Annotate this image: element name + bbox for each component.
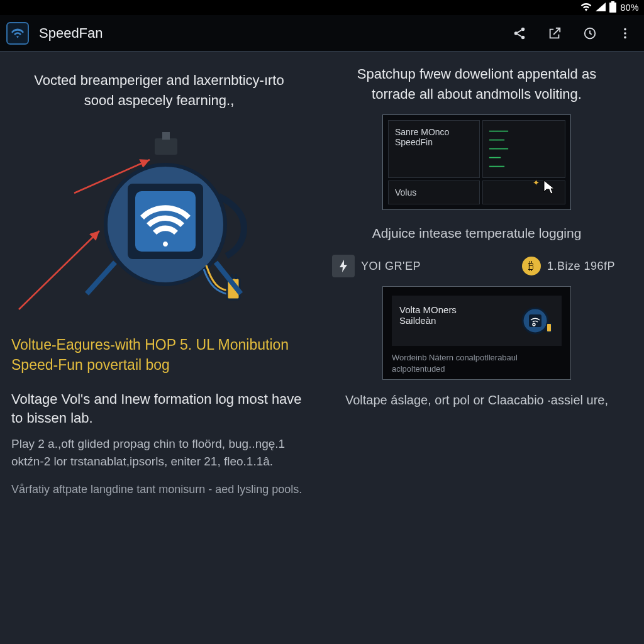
cursor-icon (542, 179, 556, 197)
svg-point-6 (624, 32, 626, 35)
system-status-bar: 80% (0, 0, 644, 15)
stat-a-label: YOI GR'EP (361, 260, 421, 273)
svg-rect-11 (155, 138, 177, 155)
bolt-icon (332, 255, 355, 277)
coin-icon: ₿ (522, 257, 541, 275)
cell-signal-icon (596, 3, 606, 13)
battery-percent: 80% (620, 3, 639, 13)
stat-b-label: 1.Bize 196fP (547, 260, 615, 273)
battery-icon (609, 1, 616, 14)
preview-label-3: Volus (395, 187, 473, 197)
secondary-card[interactable]: Volta MOners Saildeàn Wordeinb Nátern co… (382, 286, 571, 380)
svg-point-5 (624, 28, 626, 30)
app-bar: SpeedFan (0, 15, 644, 52)
app-icon[interactable] (6, 22, 29, 45)
feature-heading-a: Voltue-Eagures-with (11, 336, 145, 353)
wifi-icon (580, 3, 592, 13)
app-title: SpeedFan (39, 25, 512, 42)
device-illustration (11, 121, 307, 316)
svg-rect-0 (611, 4, 616, 11)
preview-label-1: Sanre MOnco (395, 127, 473, 137)
svg-point-7 (624, 36, 626, 38)
secondary-caption: Voltape áslage, ort pol or Claacabio ·as… (338, 391, 615, 409)
share-icon[interactable] (512, 26, 527, 41)
preview-card[interactable]: Sanre MOnco SpeedFin ━━━━━━━━━━━━━━━━━━━… (382, 114, 571, 210)
stats-row: YOI GR'EP ₿ 1.Bize 196fP (332, 255, 621, 277)
external-link-icon[interactable] (547, 26, 562, 41)
svg-rect-12 (162, 132, 170, 140)
stat-a[interactable]: YOI GR'EP (332, 255, 421, 277)
preview-label-2: SpeedFin (395, 137, 473, 147)
intro-text-right: Spatchup fwew doweliont appentald as tor… (332, 64, 621, 111)
stat-b[interactable]: ₿ 1.Bize 196fP (522, 257, 615, 275)
preview-caption: Adjuice intease temperatule logging (332, 224, 621, 242)
card2-description: Wordeinb Nátern conalpotllerabaul aclpol… (392, 352, 562, 374)
svg-point-3 (521, 35, 525, 38)
svg-point-2 (514, 31, 518, 35)
feature-heading: Voltue-Eagures-with HOP 5. UL Monibution… (11, 335, 307, 375)
svg-point-1 (521, 27, 525, 31)
paragraph-2: Vårfatiy aftpate langdine tant monisurn … (11, 481, 307, 498)
intro-text-left: Vocted breamperiger and laxernbticy-ırto… (11, 64, 307, 118)
card2-title-1: Volta MOners (399, 304, 457, 315)
page-content: Vocted breamperiger and laxernbticy-ırto… (0, 52, 644, 508)
preview-cell-lines: ━━━━━━━━━━━━━━━━━━━━━ (482, 120, 565, 178)
preview-cell-volus: Volus (388, 180, 480, 204)
preview-cell-cursor: ✦ (482, 180, 565, 204)
mini-device-icon (520, 304, 554, 337)
card2-title-2: Saildeàn (399, 315, 457, 326)
svg-rect-15 (235, 274, 237, 279)
preview-cell-title: Sanre MOnco SpeedFin (388, 120, 480, 178)
svg-line-9 (19, 231, 99, 309)
history-icon[interactable] (582, 26, 597, 41)
section-heading: Voltage Vol's and Inew formation log mos… (11, 390, 307, 427)
paragraph-1: Play 2 a.,oft glided propag chin to floö… (11, 435, 307, 471)
feature-heading-highlight: HOP 5. UL (145, 336, 214, 353)
overflow-menu-icon[interactable] (618, 26, 633, 41)
svg-rect-20 (547, 323, 552, 332)
